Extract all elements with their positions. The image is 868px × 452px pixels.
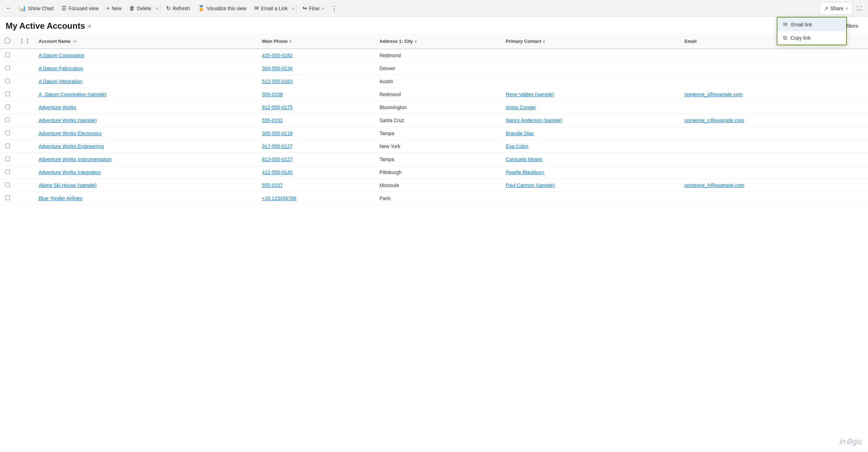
account-name-cell: Adventure Works Electronics — [34, 127, 258, 140]
contact-cell — [502, 192, 680, 205]
copy-link-menu-item[interactable]: ⧉ Copy link — [777, 31, 846, 45]
account-name-link[interactable]: Adventure Works Integration — [39, 170, 101, 175]
table-row: A. Datum Corporation (sample)555-0158Red… — [0, 88, 868, 101]
account-name-link[interactable]: A Datum Corporation — [39, 53, 85, 58]
visualize-button[interactable]: 🏅 Visualize this view — [194, 2, 250, 15]
delete-chevron[interactable]: ∨ — [156, 6, 158, 10]
email-link-menu-icon: ✉ — [783, 21, 788, 28]
email-link[interactable]: someone_c@example.com — [684, 118, 744, 123]
account-name-link[interactable]: Adventure Works Engineering — [39, 144, 104, 149]
account-name-cell: Adventure Works Integration — [34, 166, 258, 179]
email-cell — [680, 140, 868, 153]
account-name-link[interactable]: Adventure Works (sample) — [39, 118, 97, 123]
account-name-link[interactable]: Adventure Works Electronics — [39, 131, 101, 136]
row-checkbox[interactable] — [5, 182, 10, 187]
row-checkbox[interactable] — [5, 157, 10, 161]
contact-link[interactable]: Consuelo Moses — [506, 157, 542, 162]
phone-link[interactable]: 425-555-0182 — [262, 53, 292, 58]
contact-sort[interactable]: ∨ — [542, 39, 545, 44]
contact-link[interactable]: Nancy Anderson (sample) — [506, 118, 563, 123]
contact-link[interactable]: Brandie Diaz — [506, 131, 534, 136]
refresh-label: Refresh — [173, 6, 190, 11]
city-sort[interactable]: ∨ — [414, 39, 417, 44]
row-hierarchy-cell — [15, 101, 34, 114]
account-name-link[interactable]: A Datum Fabrication — [39, 66, 83, 71]
table-header-row: ⋮⋮ Account Name ↑∨ Main Phone ∨ Address … — [0, 34, 868, 49]
phone-link[interactable]: 813-555-0127 — [262, 157, 292, 162]
accounts-table: ⋮⋮ Account Name ↑∨ Main Phone ∨ Address … — [0, 34, 868, 205]
phone-link[interactable]: 412-555-0145 — [262, 170, 292, 175]
city-cell: Pittsburgh — [375, 166, 502, 179]
email-link-button[interactable]: ✉ Email a Link — [251, 2, 291, 15]
email-link[interactable]: someone_h@example.com — [684, 182, 744, 188]
row-checkbox[interactable] — [5, 144, 10, 148]
flow-button[interactable]: ↬ Flow ∨ — [299, 2, 328, 15]
focused-view-label: Focused view — [68, 6, 99, 11]
phone-link[interactable]: 303-555-0134 — [262, 66, 292, 71]
row-checkbox[interactable] — [5, 131, 10, 135]
phone-cell: 812-555-0175 — [258, 101, 375, 114]
account-name-link[interactable]: A. Datum Corporation (sample) — [39, 92, 107, 97]
phone-link[interactable]: 917-555-0127 — [262, 144, 292, 149]
email-link-menu-item[interactable]: ✉ Email link — [777, 18, 846, 31]
new-button[interactable]: + New — [103, 2, 125, 15]
account-name-link[interactable]: Adventure Works — [39, 105, 76, 110]
delete-icon: 🗑 — [129, 5, 135, 12]
row-checkbox-cell — [0, 179, 15, 192]
contact-link[interactable]: Eva Colon — [506, 144, 529, 149]
row-checkbox[interactable] — [5, 105, 10, 109]
row-checkbox[interactable] — [5, 170, 10, 174]
phone-link[interactable]: +33 123456789 — [262, 195, 296, 201]
account-name-link[interactable]: Blue Yonder Airlines — [39, 195, 83, 201]
hierarchy-icon[interactable]: ⋮⋮ — [19, 38, 30, 44]
phone-cell: 917-555-0127 — [258, 140, 375, 153]
show-chart-button[interactable]: 📊 Show Chart — [15, 2, 57, 15]
phone-link[interactable]: 512-555-0163 — [262, 79, 292, 84]
more-button[interactable]: ⋮ — [328, 2, 340, 15]
share-button[interactable]: ↗ Share ∨ — [820, 2, 853, 15]
contact-link[interactable]: Paul Cannon (sample) — [506, 182, 555, 188]
row-checkbox[interactable] — [5, 92, 10, 96]
back-button[interactable]: ← — [3, 2, 15, 15]
fullscreen-button[interactable]: ⛶ — [853, 2, 865, 15]
email-cell — [680, 49, 868, 62]
account-name-link[interactable]: Adventure Works Instrumentation — [39, 157, 112, 162]
email-cell: someone_h@example.com — [680, 179, 868, 192]
row-checkbox-cell — [0, 127, 15, 140]
select-all-checkbox[interactable] — [4, 38, 11, 44]
account-name-sort[interactable]: ↑∨ — [72, 39, 77, 44]
city-cell: Tampa — [375, 153, 502, 166]
email-link[interactable]: someone_i@example.com — [684, 92, 743, 97]
table-row: Adventure Works Instrumentation813-555-0… — [0, 153, 868, 166]
focused-view-button[interactable]: ☰ Focused view — [58, 2, 102, 15]
account-name-link[interactable]: A Datum Integration — [39, 79, 82, 84]
account-name-cell: Blue Yonder Airlines — [34, 192, 258, 205]
main-phone-header[interactable]: Main Phone ∨ — [258, 34, 375, 49]
row-checkbox[interactable] — [5, 195, 10, 200]
phone-link[interactable]: 305-555-0118 — [262, 131, 292, 136]
contact-link[interactable]: Rene Valdes (sample) — [506, 92, 554, 97]
phone-link[interactable]: 555-0157 — [262, 182, 283, 188]
primary-contact-header[interactable]: Primary Contact ∨ — [502, 34, 680, 49]
refresh-button[interactable]: ↻ Refresh — [163, 2, 193, 15]
row-checkbox[interactable] — [5, 53, 10, 57]
row-checkbox[interactable] — [5, 79, 10, 83]
main-phone-sort[interactable]: ∨ — [289, 39, 292, 44]
delete-button[interactable]: 🗑 Delete — [126, 2, 154, 15]
row-hierarchy-cell — [15, 192, 34, 205]
phone-link[interactable]: 555-0152 — [262, 118, 283, 123]
row-checkbox[interactable] — [5, 118, 10, 122]
contact-link[interactable]: Pearlie Blackburn — [506, 170, 545, 175]
phone-link[interactable]: 555-0158 — [262, 92, 283, 97]
city-header[interactable]: Address 1: City ∨ — [375, 34, 502, 49]
page-title-chevron[interactable]: ∨ — [88, 23, 91, 29]
account-name-link[interactable]: Alpine Ski House (sample) — [39, 182, 97, 188]
account-name-header[interactable]: Account Name ↑∨ — [34, 34, 258, 49]
copy-link-menu-icon: ⧉ — [783, 35, 787, 41]
row-hierarchy-cell — [15, 153, 34, 166]
contact-link[interactable]: Amos Conger — [506, 105, 536, 110]
share-chevron: ∨ — [846, 6, 848, 10]
phone-link[interactable]: 812-555-0175 — [262, 105, 292, 110]
email-link-chevron[interactable]: ∨ — [292, 6, 294, 10]
row-checkbox[interactable] — [5, 66, 10, 70]
